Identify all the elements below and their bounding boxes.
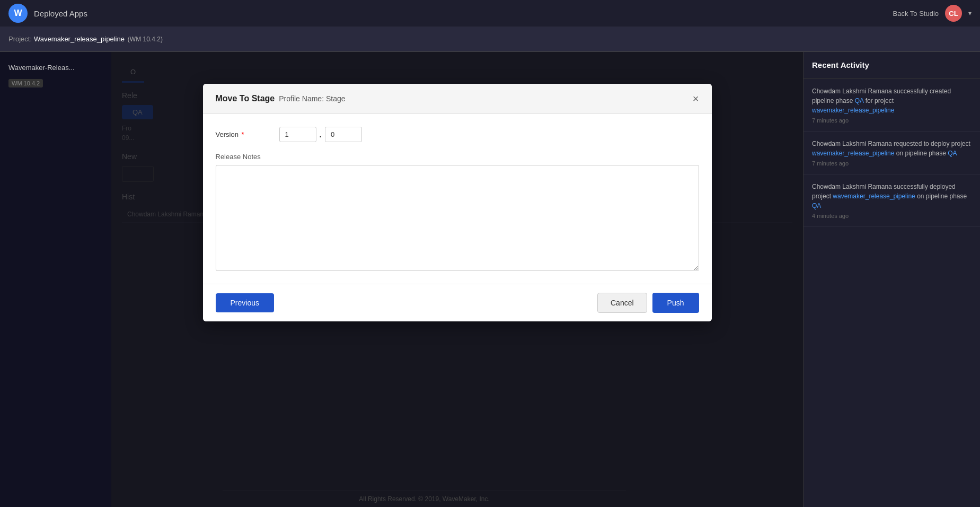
main-layout: Wavemaker-Releas... WM 10.4.2 O Rele QA … [0,52,980,507]
project-label: Project: [8,35,32,43]
logo-letter: W [14,8,22,18]
app-logo: W [8,4,28,23]
push-button[interactable]: Push [652,293,699,313]
version-minor-input[interactable] [325,127,362,142]
activity-text-middle-2: on pipeline phase [894,150,948,157]
content-area: O Rele QA Fro 09... New Hist Chowdam Lak… [111,52,803,507]
app-name: Deployed Apps [34,9,893,18]
left-sidebar: Wavemaker-Releas... WM 10.4.2 [0,52,111,507]
modal-overlay: Move To Stage Profile Name: Stage × Vers… [111,52,803,507]
activity-item-2: Chowdam Lakshmi Ramana requested to depl… [804,132,980,174]
activity-item-3: Chowdam Lakshmi Ramana successfully depl… [804,174,980,227]
sidebar-version: WM 10.4.2 [8,79,43,88]
version-separator: . [320,130,322,139]
required-indicator: * [240,130,244,138]
activity-link-project-3[interactable]: wavemaker_release_pipeline [833,193,915,200]
project-name: Wavemaker_release_pipeline [34,35,125,43]
activity-text-2: Chowdam Lakshmi Ramana requested to depl… [812,139,972,158]
version-row: Version * . [216,127,699,142]
cancel-button[interactable]: Cancel [597,293,647,313]
recent-activity-panel: Recent Activity Chowdam Lakshmi Ramana s… [803,52,980,507]
activity-text-3: Chowdam Lakshmi Ramana successfully depl… [812,182,972,211]
topbar: W Deployed Apps Back To Studio CL ▾ [0,0,980,27]
modal-title: Move To Stage [216,94,275,103]
activity-time-1: 7 minutes ago [812,117,972,124]
subnav: Project: Wavemaker_release_pipeline (WM … [0,27,980,52]
version-label: Version * [216,130,279,138]
release-notes-textarea[interactable] [216,165,699,271]
activity-text-1: Chowdam Lakshmi Ramana successfully crea… [812,86,972,115]
activity-link-qa-3[interactable]: QA [812,202,821,209]
chevron-down-icon[interactable]: ▾ [968,10,972,17]
topbar-right: Back To Studio CL ▾ [893,5,972,22]
version-major-input[interactable] [279,127,316,142]
modal-subtitle: Profile Name: Stage [279,94,345,103]
activity-time-3: 4 minutes ago [812,213,972,219]
activity-link-qa-2[interactable]: QA [948,150,957,157]
close-button[interactable]: × [693,93,699,104]
recent-activity-title: Recent Activity [812,60,869,69]
previous-button[interactable]: Previous [216,293,274,312]
modal-body: Version * . Release Notes [203,114,712,284]
version-inputs: . [279,127,362,142]
project-version: (WM 10.4.2) [128,36,163,43]
modal-dialog: Move To Stage Profile Name: Stage × Vers… [203,84,712,321]
sidebar-app-name: Wavemaker-Releas... [8,64,75,72]
activity-link-qa-1[interactable]: QA [855,97,864,104]
recent-activity-header: Recent Activity [804,52,980,79]
activity-text-middle-1: for project [863,97,894,104]
user-avatar[interactable]: CL [945,5,962,22]
release-notes-row: Release Notes [216,153,699,271]
activity-text-before-2: Chowdam Lakshmi Ramana requested to depl… [812,140,970,147]
activity-text-middle-3: on pipeline phase [915,193,967,200]
activity-link-project-2[interactable]: wavemaker_release_pipeline [812,150,894,157]
release-notes-label: Release Notes [216,153,699,161]
footer-right-buttons: Cancel Push [597,293,699,313]
activity-item-1: Chowdam Lakshmi Ramana successfully crea… [804,79,980,132]
modal-header: Move To Stage Profile Name: Stage × [203,84,712,114]
modal-footer: Previous Cancel Push [203,284,712,321]
activity-time-2: 7 minutes ago [812,160,972,167]
back-to-studio-link[interactable]: Back To Studio [893,10,939,18]
activity-link-project-1[interactable]: wavemaker_release_pipeline [812,107,894,114]
